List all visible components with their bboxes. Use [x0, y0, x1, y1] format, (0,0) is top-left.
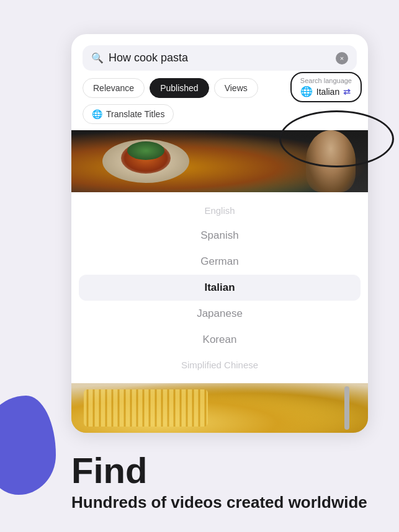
fork-visual: [344, 386, 349, 430]
search-card: 🔍 How cook pasta × Relevance Published V…: [71, 34, 368, 433]
selected-language: Italian: [316, 87, 339, 97]
language-option-simplified-chinese[interactable]: Simplified Chinese: [71, 353, 368, 377]
search-bar[interactable]: 🔍 How cook pasta ×: [83, 45, 357, 71]
language-option-spanish[interactable]: Spanish: [71, 223, 368, 249]
clear-search-button[interactable]: ×: [336, 52, 348, 64]
language-list: English Spanish German Italian Japanese …: [71, 192, 368, 383]
filter-relevance-button[interactable]: Relevance: [83, 78, 145, 98]
person-visual: [306, 130, 356, 192]
filter-published-button[interactable]: Published: [150, 78, 209, 98]
search-query-text: How cook pasta: [109, 51, 331, 64]
find-heading: Find: [71, 453, 367, 489]
translate-titles-button[interactable]: 🌐 Translate Titles: [83, 104, 174, 124]
language-option-italian[interactable]: Italian: [79, 275, 361, 301]
translate-icon: 🌐: [92, 109, 102, 119]
video-thumbnail-top[interactable]: [71, 130, 368, 192]
pasta-visual: [84, 389, 208, 427]
language-option-japanese[interactable]: Japanese: [71, 301, 368, 327]
language-selector-bubble[interactable]: Search language 🌐 Italian ⇄: [290, 72, 362, 102]
language-option-korean[interactable]: Korean: [71, 327, 368, 353]
language-selector-title: Search language: [300, 77, 352, 84]
bottom-text-section: Find Hundreds of videos created worldwid…: [71, 453, 367, 513]
filter-views-button[interactable]: Views: [214, 78, 258, 98]
find-subheading: Hundreds of videos created worldwide: [71, 492, 367, 513]
language-option-english[interactable]: English: [71, 198, 368, 223]
translate-titles-label: Translate Titles: [106, 109, 164, 119]
language-selector-value: 🌐 Italian ⇄: [300, 86, 351, 97]
language-option-german[interactable]: German: [71, 249, 368, 275]
decorative-blob: [0, 396, 56, 495]
filter-row: Relevance Published Views Search languag…: [71, 78, 368, 104]
video-thumbnail-bottom[interactable]: [71, 383, 368, 433]
search-icon: 🔍: [91, 52, 104, 64]
swap-icon: ⇄: [343, 87, 351, 97]
globe-icon: 🌐: [300, 86, 313, 97]
pasta-image-bottom: [71, 383, 368, 433]
translate-row: 🌐 Translate Titles: [71, 104, 368, 130]
herb-garnish-visual: [127, 141, 164, 160]
food-image-top: [71, 130, 368, 192]
